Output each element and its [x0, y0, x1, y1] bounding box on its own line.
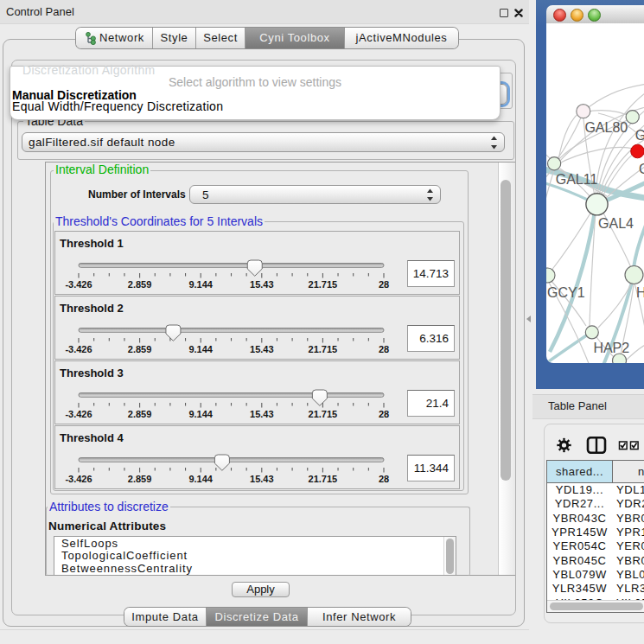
svg-text:15.43: 15.43 [250, 344, 274, 354]
svg-text:2.859: 2.859 [128, 409, 152, 419]
svg-text:21.715: 21.715 [309, 344, 338, 354]
svg-text:9.144: 9.144 [188, 474, 213, 484]
svg-text:21.715: 21.715 [309, 474, 338, 484]
svg-text:2.859: 2.859 [128, 279, 152, 290]
svg-text:GAL4: GAL4 [598, 216, 634, 231]
svg-text:21.715: 21.715 [309, 409, 338, 419]
svg-text:15.43: 15.43 [250, 279, 274, 290]
svg-text:28: 28 [379, 344, 389, 354]
svg-text:15.43: 15.43 [250, 474, 274, 484]
svg-text:9.144: 9.144 [188, 344, 213, 354]
svg-text:C: C [639, 162, 644, 176]
svg-text:-3.426: -3.426 [65, 409, 92, 419]
svg-text:28: 28 [379, 474, 389, 484]
svg-text:21.715: 21.715 [309, 279, 338, 290]
svg-text:GA: GA [635, 128, 644, 143]
svg-text:9.144: 9.144 [188, 409, 213, 419]
svg-text:28: 28 [379, 279, 389, 290]
svg-text:GAL11: GAL11 [556, 172, 598, 187]
svg-text:HAP2: HAP2 [593, 341, 629, 355]
svg-text:9.144: 9.144 [188, 279, 213, 290]
svg-text:2.859: 2.859 [128, 474, 152, 484]
svg-text:2.859: 2.859 [128, 344, 152, 354]
svg-text:-3.426: -3.426 [65, 344, 92, 354]
svg-text:15.43: 15.43 [250, 409, 274, 419]
svg-text:HA: HA [636, 285, 644, 300]
svg-text:-3.426: -3.426 [65, 279, 92, 290]
svg-text:-3.426: -3.426 [65, 474, 92, 484]
svg-text:GAL80: GAL80 [584, 120, 628, 135]
svg-text:28: 28 [379, 409, 389, 419]
svg-text:GCY1: GCY1 [547, 285, 585, 300]
